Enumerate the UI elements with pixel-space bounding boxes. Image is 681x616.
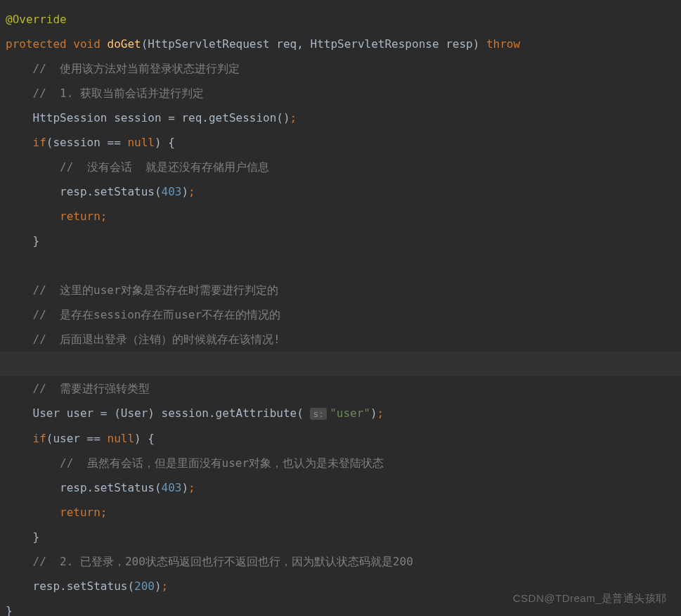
code-line: // 2. 已登录，200状态码返回也行不返回也行，因为默认状态码就是200 [0, 549, 681, 574]
paren-close: ) [370, 406, 377, 420]
code-line-highlighted [0, 352, 681, 376]
code-line: return; [0, 500, 681, 525]
condition-end: ) { [155, 136, 175, 149]
comment: // 没有会话 就是还没有存储用户信息 [60, 160, 269, 174]
semicolon: ; [100, 506, 108, 519]
semicolon: ; [100, 210, 108, 223]
number-literal: 200 [134, 579, 155, 593]
code-line: User user = (User) session.getAttribute(… [0, 401, 681, 426]
method-call: resp.setStatus( [33, 579, 135, 593]
code-line: // 虽然有会话，但是里面没有user对象，也认为是未登陆状态 [0, 451, 681, 475]
brace-close: } [33, 234, 40, 248]
code-line: } [0, 525, 681, 549]
parameter-hint: s: [310, 408, 327, 420]
keyword-throws: throw [486, 37, 520, 51]
string-literal: "user" [330, 406, 370, 420]
comment: // 1. 获取当前会话并进行判定 [33, 86, 204, 100]
code-line: resp.setStatus(403); [0, 475, 681, 500]
condition: (session == [46, 136, 128, 149]
code-line: if(user == null) { [0, 426, 681, 451]
code-line: // 1. 获取当前会话并进行判定 [0, 81, 681, 105]
keyword-if: if [33, 136, 46, 149]
code-line: // 需要进行强转类型 [0, 376, 681, 401]
comment: // 2. 已登录，200状态码返回也行不返回也行，因为默认状态码就是200 [33, 555, 413, 568]
code-line: // 后面退出登录（注销）的时候就存在该情况! [0, 327, 681, 352]
comment: // 后面退出登录（注销）的时候就存在该情况! [33, 333, 280, 346]
method-call: resp.setStatus( [60, 481, 162, 494]
method-name: doGet [108, 37, 141, 51]
watermark-text: CSDN@TDream_是普通头孩耶 [513, 586, 667, 610]
brace-close: } [33, 530, 40, 544]
keyword-if: if [33, 432, 46, 445]
keyword-return: return [60, 506, 100, 519]
brace-close: } [6, 604, 13, 616]
code-line: HttpSession session = req.getSession(); [0, 105, 681, 130]
comment: // 这里的user对象是否存在时需要进行判定的 [33, 283, 278, 297]
code-line: // 使用该方法对当前登录状态进行判定 [0, 56, 681, 81]
semicolon: ; [290, 111, 297, 124]
semicolon: ; [188, 185, 195, 198]
code-line: // 这里的user对象是否存在时需要进行判定的 [0, 278, 681, 302]
comment: // 是存在session存在而user不存在的情况的 [33, 308, 281, 321]
code-line: protected void doGet(HttpServletRequest … [0, 32, 681, 56]
keyword-null: null [127, 136, 155, 149]
condition: (user == [46, 432, 108, 445]
code-line: return; [0, 204, 681, 229]
params: (HttpServletRequest req, HttpServletResp… [141, 37, 486, 51]
code-editor[interactable]: @Override protected void doGet(HttpServl… [0, 7, 681, 616]
code-line: // 没有会话 就是还没有存储用户信息 [0, 155, 681, 179]
code-line-empty [0, 253, 681, 278]
keyword-protected: protected [6, 37, 67, 51]
comment: // 使用该方法对当前登录状态进行判定 [33, 62, 240, 75]
semicolon: ; [377, 406, 384, 420]
annotation: @Override [6, 13, 67, 26]
statement: User user = (User) session.getAttribute( [33, 406, 304, 420]
paren-close: ) [155, 579, 162, 593]
statement: HttpSession session = req.getSession() [33, 111, 290, 124]
number-literal: 403 [162, 481, 182, 494]
keyword-return: return [60, 210, 100, 223]
number-literal: 403 [162, 185, 182, 198]
method-call: resp.setStatus( [60, 185, 162, 198]
code-line: } [0, 229, 681, 253]
code-line: // 是存在session存在而user不存在的情况的 [0, 302, 681, 327]
paren-close: ) [181, 185, 188, 198]
paren-close: ) [181, 481, 188, 494]
code-line: if(session == null) { [0, 130, 681, 155]
keyword-void: void [73, 37, 100, 51]
semicolon: ; [162, 579, 169, 593]
condition-end: ) { [134, 432, 155, 445]
keyword-null: null [108, 432, 135, 445]
code-line: @Override [0, 7, 681, 32]
comment: // 需要进行强转类型 [33, 382, 150, 395]
comment: // 虽然有会话，但是里面没有user对象，也认为是未登陆状态 [60, 456, 384, 470]
code-line: resp.setStatus(403); [0, 179, 681, 204]
semicolon: ; [188, 481, 195, 494]
